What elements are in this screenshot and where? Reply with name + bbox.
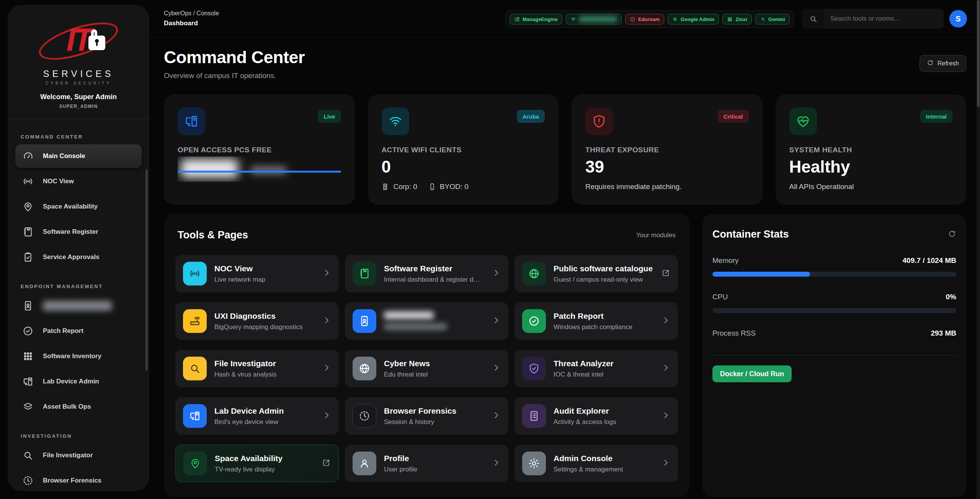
- tool-action: [661, 316, 670, 326]
- tool-card-lab-device-admin[interactable]: Lab Device AdminBird's eye device view: [175, 397, 339, 435]
- tool-card-uxi-diagnostics[interactable]: UXI DiagnosticsBigQuery mapping diagnost…: [175, 302, 339, 340]
- sidebar-item-patch-report[interactable]: Patch Report: [15, 319, 142, 343]
- chevron-right-icon: [322, 316, 331, 325]
- sidebar-item-software-register[interactable]: Software Register: [15, 220, 142, 244]
- sidebar-item-label: Lab Device Admin: [43, 378, 99, 385]
- integration-badge-eduroam[interactable]: Eduroam: [625, 14, 664, 24]
- chevron-right-icon: [661, 411, 670, 420]
- seal-check-icon: [22, 325, 34, 337]
- container-stats-refresh-button[interactable]: [948, 230, 956, 240]
- router-icon: [189, 315, 201, 327]
- tool-title: NOC View: [214, 264, 314, 273]
- tool-card-cyber-news[interactable]: Cyber NewsEdu threat intel: [345, 350, 508, 387]
- tool-card-software-register[interactable]: Software RegisterInternal dashboard & re…: [345, 255, 508, 292]
- main-area: CyberOps / Console Dashboard ManageEngin…: [149, 0, 980, 499]
- shield-alert-icon: [630, 16, 635, 22]
- tool-action: [492, 458, 501, 469]
- shield-check-icon: [528, 362, 540, 375]
- clock-icon: [358, 410, 371, 422]
- building-icon: [382, 183, 390, 191]
- tool-subtitle: Bird's eye device view: [214, 418, 314, 426]
- refresh-button[interactable]: Refresh: [920, 55, 966, 72]
- container-stats-title: Container Stats: [712, 228, 789, 240]
- sidebar-item-space-availability[interactable]: Space Availability: [15, 195, 142, 219]
- external-link-icon: [322, 458, 331, 467]
- tool-subtitle: Activity & access logs: [554, 418, 653, 426]
- tool-card-audit-explorer[interactable]: Audit ExplorerActivity & access logs: [514, 397, 678, 435]
- devices-icon: [184, 114, 199, 129]
- tool-card-file-investigator[interactable]: File InvestigatorHash & virus analysis: [175, 350, 339, 387]
- sidebar-item-main-console[interactable]: Main Console: [15, 144, 142, 168]
- stat-row-label: CPU: [712, 293, 728, 301]
- container-stats-rows: Memory 409.7 / 1024 MB CPU 0% Process RS…: [712, 256, 956, 338]
- doc-list-icon: [528, 410, 540, 422]
- status-badge: Aruba: [517, 110, 545, 123]
- redacted-label: [43, 301, 112, 311]
- container-stat-process-rss: Process RSS 293 MB: [712, 329, 956, 338]
- search-input[interactable]: [824, 15, 935, 23]
- sidebar-item-browser-forensics[interactable]: Browser Forensics: [15, 469, 142, 491]
- integration-badge-redacted[interactable]: [566, 14, 622, 24]
- tool-card-redacted[interactable]: [345, 302, 508, 340]
- tool-title: Space Availability: [215, 454, 314, 463]
- sidebar-item-asset-bulk-ops[interactable]: Asset Bulk Ops: [15, 395, 142, 419]
- tool-title: Profile: [384, 454, 484, 463]
- chevron-right-icon: [661, 363, 670, 372]
- sidebar-item-label: Patch Report: [43, 327, 83, 335]
- id-badge-icon: [358, 315, 371, 327]
- logo-tagline: CYBER SECURITY: [8, 81, 149, 85]
- topbar: CyberOps / Console Dashboard ManageEngin…: [149, 0, 980, 38]
- devices-icon: [22, 376, 34, 387]
- tool-subtitle: Edu threat intel: [384, 371, 484, 378]
- environment-badge: Docker / Cloud Run: [712, 365, 792, 382]
- sidebar-item-label: Space Availability: [43, 203, 98, 210]
- integration-badge-zioxi[interactable]: Zioxi: [722, 14, 751, 24]
- tool-card-admin-console[interactable]: Admin ConsoleSettings & management: [514, 445, 678, 482]
- sidebar-item-label: NOC View: [43, 178, 74, 185]
- sidebar-item-service-approvals[interactable]: Service Approvals: [15, 245, 142, 269]
- tool-card-space-availability[interactable]: Space AvailabilityTV-ready live display: [175, 445, 339, 482]
- integration-badge-gemini[interactable]: Gemini: [755, 14, 790, 24]
- stat-cards-row: Live OPEN ACCESS PCS FREE Aruba ACTIVE W…: [164, 95, 966, 205]
- stat-bar-track: [712, 272, 956, 277]
- sidebar-scrollbar[interactable]: [145, 170, 148, 370]
- integration-badge-manageengine[interactable]: ManageEngine: [510, 14, 562, 24]
- avatar[interactable]: S: [949, 10, 967, 28]
- page-scrollbar-thumb[interactable]: [977, 0, 980, 107]
- stat-sub: Corp: 0BYOD: 0: [382, 183, 545, 191]
- stat-value: 0: [382, 157, 545, 176]
- redacted-badge-label: [579, 16, 617, 22]
- chevron-right-icon: [492, 363, 501, 372]
- search-icon: [189, 362, 201, 375]
- external-link-icon: [661, 268, 670, 277]
- tool-card-browser-forensics[interactable]: Browser ForensicsSession & history: [345, 397, 508, 435]
- tool-action: [661, 411, 670, 421]
- tool-card-threat-analyzer[interactable]: Threat AnalyzerIOC & threat intel: [514, 350, 678, 387]
- badge-label: Google Admin: [681, 16, 714, 22]
- search-icon-zone: [802, 9, 824, 29]
- tool-card-public-software-catalogue[interactable]: Public software catalogueGuest / campus …: [514, 255, 678, 292]
- sidebar-item-software-inventory[interactable]: Software Inventory: [15, 344, 142, 368]
- status-badge: Critical: [718, 110, 749, 123]
- tool-card-profile[interactable]: ProfileUser profile: [345, 445, 508, 482]
- tool-title: Public software catalogue: [554, 264, 653, 273]
- sidebar-item-file-investigator[interactable]: File Investigator: [15, 444, 142, 467]
- svg-text:G: G: [673, 16, 676, 21]
- lower-section: Tools & Pages Your modules NOC ViewLive …: [164, 214, 966, 497]
- pin-icon: [189, 457, 201, 470]
- redacted-tool-subtitle: [384, 324, 447, 329]
- stat-card-threat-exposure: Critical THREAT EXPOSURE 39Requires imme…: [572, 95, 763, 205]
- seal-check-icon: [528, 315, 540, 327]
- book-icon: [22, 226, 34, 238]
- integration-badge-google-admin[interactable]: GGoogle Admin: [668, 14, 719, 24]
- tool-card-noc-view[interactable]: NOC ViewLive network map: [175, 255, 339, 292]
- tool-card-patch-report[interactable]: Patch ReportWindows patch compliance: [514, 302, 678, 340]
- tool-action: [322, 411, 331, 421]
- lock-icon: [88, 36, 105, 50]
- sidebar-item-redacted[interactable]: [15, 294, 142, 318]
- logo-services-text: SERVICES: [8, 68, 149, 79]
- tool-title: Threat Analyzer: [554, 359, 653, 368]
- chevron-right-icon: [492, 458, 501, 467]
- sidebar-item-noc-view[interactable]: NOC View: [15, 170, 142, 193]
- sidebar-item-lab-device-admin[interactable]: Lab Device Admin: [15, 370, 142, 393]
